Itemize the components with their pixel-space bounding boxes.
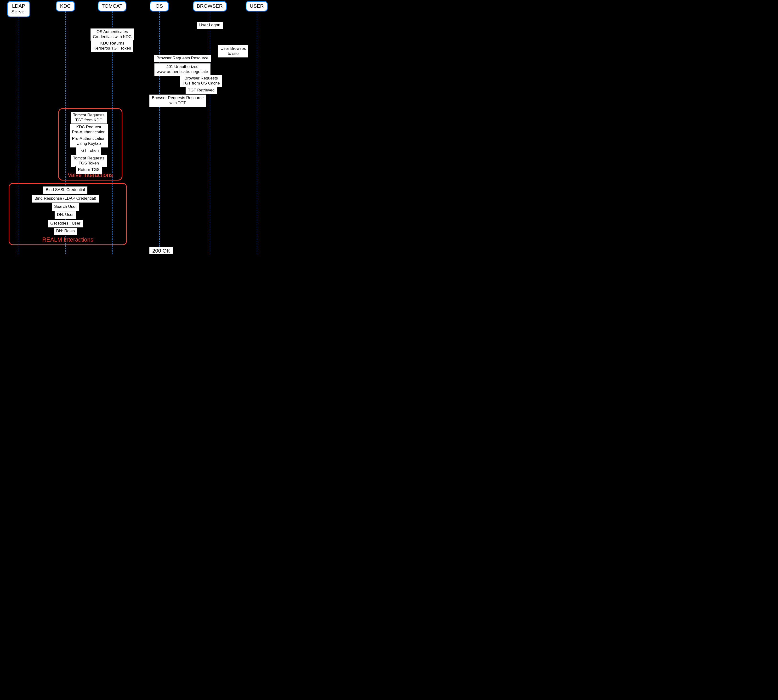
msg-return-tgs: Return TGS: [75, 166, 102, 174]
msg-bind-sasl: Bind SASL Credential: [43, 186, 88, 194]
msg-dn-roles: DN: Roles: [53, 227, 77, 235]
msg-user-logon: User Logon: [197, 22, 223, 30]
participant-kdc: KDC: [56, 1, 75, 12]
participant-user: USER: [246, 1, 268, 12]
msg-kdc-ret-tgt: KDC Returns Kerberos TGT Token: [91, 40, 134, 52]
msg-preauth-keytab: Pre-Authentication Using Keytab: [69, 135, 108, 148]
participant-os-label: OS: [150, 1, 169, 12]
participant-browser: BROWSER: [193, 1, 227, 12]
msg-brw-req-res-tgt: Browser Requests Resource with TGT: [149, 94, 206, 107]
participant-tomcat-label: TOMCAT: [98, 1, 127, 12]
msg-user-browse: User Browses to site: [218, 45, 249, 58]
lifeline-user: [257, 12, 257, 254]
msg-401-neg: 401 Unauthorized www-authenticate: negot…: [154, 63, 211, 76]
msg-brw-req-tgt: Browser Requests TGT from OS Cache: [180, 75, 223, 87]
participant-kdc-label: KDC: [56, 1, 75, 12]
msg-tc-req-tgs: Tomcat Requests TGS Token: [70, 155, 107, 167]
group-realm-label: REALM Interactions: [9, 236, 126, 243]
participant-os: OS: [150, 1, 169, 12]
msg-os-auth-kdc: OS Authenticates Credentials with KDC: [90, 28, 134, 41]
http-status: 200 OK: [149, 247, 174, 254]
msg-bind-resp: Bind Response (LDAP Credential): [32, 195, 99, 203]
participant-ldap-label: LDAP Server: [7, 1, 30, 17]
lifeline-os: [159, 12, 160, 254]
participant-tomcat: TOMCAT: [98, 1, 127, 12]
participant-browser-label: BROWSER: [193, 1, 227, 12]
lifeline-browser: [210, 12, 210, 254]
msg-dn-user: DN: User: [54, 211, 77, 219]
msg-get-roles: Get Roles : User: [48, 220, 83, 228]
msg-tgt-retrieved: TGT Retrieved: [185, 87, 217, 95]
participant-ldap: LDAP Server: [7, 1, 30, 17]
msg-search-user: Search User: [52, 203, 79, 211]
msg-kdc-preauth: KDC Request Pre-Authentication: [69, 123, 108, 136]
participant-user-label: USER: [246, 1, 268, 12]
msg-tc-req-tgt: Tomcat Requests TGT from KDC: [70, 112, 107, 124]
msg-tgt-token: TGT Token: [76, 147, 101, 155]
msg-brw-req-res: Browser Requests Resource: [154, 55, 211, 62]
